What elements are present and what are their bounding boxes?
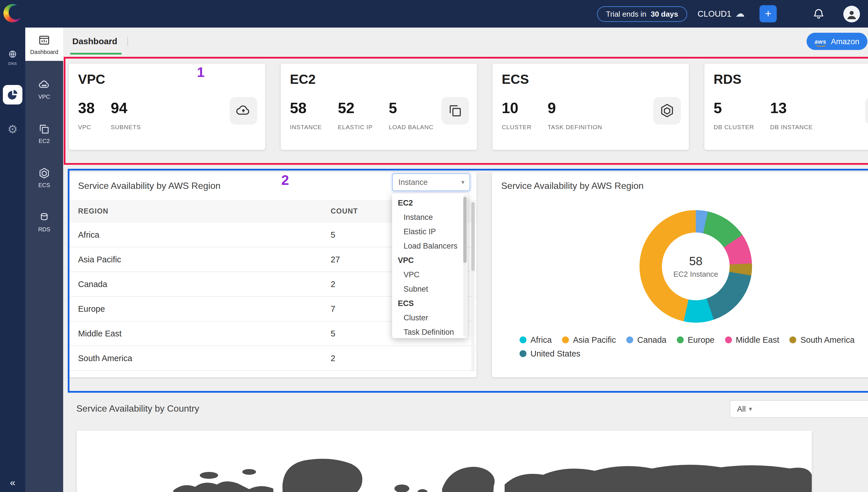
dashboard-icon	[38, 33, 51, 46]
legend-dot	[520, 350, 526, 357]
service-sidebar: DashboardVPCEC2ECSRDS	[25, 28, 63, 492]
sidebar-item-ecs[interactable]: ECS	[25, 162, 63, 194]
notifications-bell-icon[interactable]	[812, 7, 825, 20]
active-tab-underline	[70, 53, 122, 54]
stat-label: LOAD BALANC	[389, 123, 433, 130]
cloud-icon: ☁	[736, 9, 745, 18]
aws-logo-icon: aws	[815, 38, 826, 45]
service-type-value: Instance	[393, 178, 461, 187]
stat: 94SUBNETS	[111, 99, 141, 130]
donut-chart-card: Service Availability by AWS Region 58 EC…	[492, 172, 868, 377]
world-map-card	[77, 430, 812, 492]
vpc-icon	[38, 79, 51, 91]
settings-gear-icon[interactable]: ⚙	[0, 122, 25, 136]
pie-chart-icon	[7, 89, 18, 100]
dropdown-option[interactable]: VPC	[392, 268, 467, 282]
stat-label: CLUSTER	[502, 123, 531, 130]
sidebar-item-label: VPC	[38, 94, 50, 100]
dropdown-option[interactable]: Elastic IP	[392, 224, 467, 239]
world-map	[77, 430, 812, 492]
sidebar-item-vpc[interactable]: VPC	[25, 73, 63, 105]
stat-row: 5DB CLUSTER13DB INSTANCE	[714, 99, 813, 130]
stat: 38VPC	[78, 99, 95, 130]
legend-label: South America	[800, 335, 855, 344]
menu-scrollbar[interactable]	[463, 195, 467, 337]
legend-item: Europe	[677, 335, 715, 344]
stat-value: 10	[502, 99, 531, 117]
legend-label: Africa	[530, 335, 552, 344]
sidebar-item-label: RDS	[38, 226, 50, 232]
region-cell: Middle East	[69, 329, 331, 338]
dropdown-option[interactable]: Task Definition	[392, 325, 467, 338]
dns-label: DNS	[8, 62, 17, 66]
donut-chart: 58 EC2 Instance	[640, 210, 752, 323]
region-cell: South America	[69, 354, 331, 363]
stat-card-title: EC2	[290, 72, 316, 87]
stat-cards-row: VPC38VPC94SUBNETSEC258INSTANCE52ELASTIC …	[69, 64, 868, 150]
legend-item: United States	[520, 349, 580, 358]
country-filter-select[interactable]: All ▾	[730, 400, 868, 418]
database-icon	[865, 97, 868, 125]
stat-label: ELASTIC IP	[338, 123, 373, 130]
stat-value: 38	[78, 99, 95, 117]
table-scrollbar[interactable]	[471, 202, 475, 371]
sidebar-item-ec2[interactable]: EC2	[25, 118, 63, 149]
org-name: CLOUD1	[697, 9, 731, 18]
stat-value: 52	[338, 99, 373, 117]
service-type-select[interactable]: Instance ▾	[392, 173, 470, 191]
trial-days: 30 days	[651, 9, 678, 18]
dropdown-option[interactable]: Load Balancers	[392, 239, 467, 253]
region-table-title: Service Availability by AWS Region	[78, 181, 220, 191]
stat-card-ecs[interactable]: ECS10CLUSTER9TASK DEFINITION	[493, 64, 689, 150]
tab-dashboard[interactable]: Dashboard	[72, 28, 117, 55]
table-scrollbar-thumb[interactable]	[471, 202, 475, 271]
donut-center-label: EC2 Instance	[673, 270, 718, 278]
add-button[interactable]: +	[760, 5, 777, 22]
annotation-number-1: 1	[197, 64, 205, 80]
donut-center: 58 EC2 Instance	[662, 232, 730, 300]
stat-value: 5	[714, 99, 754, 117]
top-bar: Trial ends in 30 days CLOUD1 ☁ +	[0, 0, 868, 28]
count-cell: 2	[331, 279, 335, 289]
donut-center-value: 58	[689, 254, 703, 268]
ecs-icon	[38, 167, 51, 180]
dropdown-option[interactable]: Subnet	[392, 282, 467, 296]
region-cell: Europe	[69, 304, 331, 314]
hexagon-icon	[653, 97, 681, 125]
stat-card-title: VPC	[78, 72, 105, 87]
stat: 52ELASTIC IP	[338, 99, 373, 130]
app-logo-icon[interactable]	[3, 4, 22, 22]
dropdown-option[interactable]: Cluster	[392, 311, 467, 325]
menu-scrollbar-thumb[interactable]	[463, 197, 467, 263]
legend-item: Africa	[520, 335, 552, 344]
stat-card-ec2[interactable]: EC258INSTANCE52ELASTIC IP5LOAD BALANC	[281, 64, 477, 150]
stat-card-rds[interactable]: RDS5DB CLUSTER13DB INSTANCE	[704, 64, 868, 150]
legend-dot	[520, 337, 526, 343]
analytics-nav-item-active[interactable]	[3, 85, 22, 104]
collapse-sidebar-button[interactable]: «	[0, 477, 25, 489]
org-selector[interactable]: CLOUD1 ☁	[697, 9, 745, 18]
region-cell: Asia Pacific	[69, 255, 331, 264]
chip-icon	[442, 97, 469, 125]
region-cell: Canada	[69, 279, 331, 289]
dropdown-option[interactable]: Instance	[392, 210, 467, 224]
legend-label: Europe	[688, 335, 715, 344]
column-header-count: COUNT	[331, 207, 358, 215]
stat-row: 38VPC94SUBNETS	[78, 99, 141, 130]
sidebar-item-rds[interactable]: RDS	[25, 206, 63, 238]
user-avatar[interactable]	[843, 5, 860, 22]
legend-item: Canada	[626, 335, 667, 344]
provider-amazon-button[interactable]: aws Amazon	[807, 33, 867, 50]
tab-divider	[127, 37, 128, 46]
stat-card-vpc[interactable]: VPC38VPC94SUBNETS	[69, 64, 265, 150]
sidebar-item-dashboard[interactable]: Dashboard	[25, 28, 63, 61]
sidebar-item-label: Dashboard	[30, 49, 58, 55]
trial-button[interactable]: Trial ends in 30 days	[597, 6, 687, 22]
chart-legend: AfricaAsia PacificCanadaEuropeMiddle Eas…	[520, 335, 868, 358]
stat-label: VPC	[78, 123, 95, 130]
provider-label: Amazon	[831, 37, 860, 46]
count-cell: 27	[331, 255, 340, 264]
stat-label: DB INSTANCE	[770, 123, 813, 130]
dns-nav-item[interactable]: DNS	[0, 49, 25, 66]
stat-label: DB CLUSTER	[714, 123, 754, 130]
